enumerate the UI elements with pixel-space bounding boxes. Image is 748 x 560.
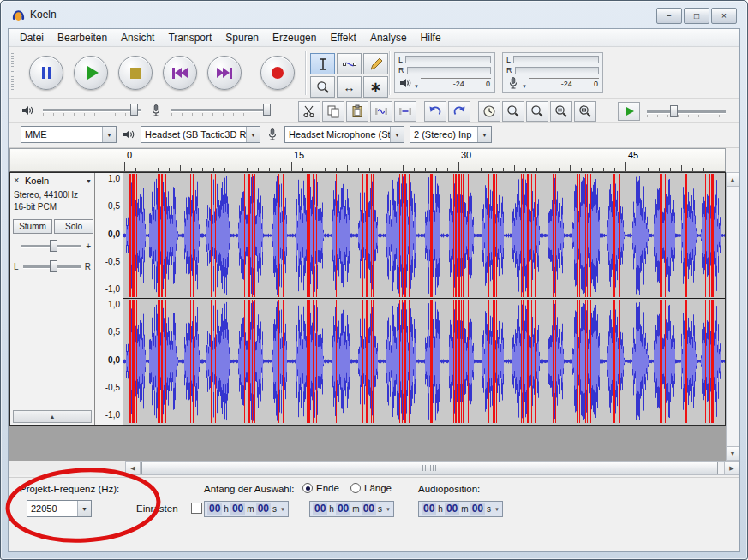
menu-erzeugen[interactable]: Erzeugen bbox=[266, 30, 323, 45]
play-button[interactable] bbox=[74, 56, 108, 90]
selection-end-time[interactable]: 00 h 00 m 00 s ▼ bbox=[309, 501, 394, 517]
track-control-panel[interactable]: × Koeln ▼ Stereo, 44100Hz 16-bit PCM Stu… bbox=[10, 173, 95, 425]
hours-value[interactable]: 00 bbox=[313, 503, 327, 515]
minutes-value[interactable]: 00 bbox=[230, 503, 245, 515]
selection-start-time[interactable]: 00 h 00 m 00 s ▼ bbox=[204, 501, 289, 517]
menu-analyse[interactable]: Analyse bbox=[363, 30, 414, 45]
waveform-channel-left[interactable] bbox=[123, 173, 725, 298]
chevron-down-icon[interactable]: ▼ bbox=[477, 127, 491, 142]
recording-meter-dropdown[interactable]: ▼ bbox=[522, 83, 527, 90]
timeline-ruler[interactable]: 0153045 bbox=[9, 148, 726, 172]
vertical-scrollbar[interactable]: ▲ ▼ bbox=[726, 172, 739, 461]
scroll-up-button[interactable]: ▲ bbox=[727, 173, 739, 187]
seconds-value[interactable]: 00 bbox=[362, 503, 376, 515]
menu-bearbeiten[interactable]: Bearbeiten bbox=[51, 30, 114, 45]
chevron-down-icon[interactable]: ▼ bbox=[102, 127, 116, 142]
mute-button[interactable]: Stumm bbox=[13, 219, 52, 234]
radio-length[interactable] bbox=[350, 483, 361, 493]
waveform-channel-right[interactable] bbox=[123, 299, 725, 424]
fit-selection-button[interactable] bbox=[550, 101, 572, 122]
maximize-button[interactable]: □ bbox=[684, 8, 709, 24]
output-volume-slider[interactable] bbox=[41, 103, 142, 117]
draw-tool-button[interactable] bbox=[363, 53, 388, 74]
scroll-right-button[interactable]: ▶ bbox=[724, 462, 739, 474]
close-button[interactable]: × bbox=[711, 8, 737, 24]
horizontal-scrollbar[interactable]: ◀ ▶ bbox=[125, 461, 739, 475]
snap-to-checkbox[interactable] bbox=[191, 503, 202, 514]
recording-meter[interactable]: L R ▼ -24 0 bbox=[502, 52, 603, 93]
minimize-button[interactable]: − bbox=[656, 8, 682, 24]
menu-datei[interactable]: Datei bbox=[13, 30, 51, 45]
scroll-left-button[interactable]: ◀ bbox=[126, 462, 141, 474]
solo-button[interactable]: Solo bbox=[54, 219, 93, 234]
project-rate-select[interactable]: 22050 ▼ bbox=[27, 500, 92, 517]
stop-button[interactable] bbox=[118, 56, 153, 90]
menu-transport[interactable]: Transport bbox=[161, 30, 218, 45]
seconds-value[interactable]: 00 bbox=[256, 503, 271, 515]
hours-value[interactable]: 00 bbox=[422, 503, 436, 515]
horizontal-scroll-track[interactable] bbox=[141, 462, 724, 474]
track-close-button[interactable]: × bbox=[14, 176, 19, 184]
skip-to-start-button[interactable] bbox=[163, 56, 197, 90]
envelope-tool-button[interactable] bbox=[337, 53, 362, 74]
horizontal-scroll-thumb[interactable] bbox=[141, 462, 718, 474]
trim-audio-button[interactable] bbox=[370, 101, 392, 122]
radio-end-group[interactable]: Ende bbox=[302, 483, 339, 493]
gain-slider[interactable]: - + bbox=[14, 238, 91, 253]
playback-meter-dropdown[interactable]: ▼ bbox=[414, 83, 419, 90]
track-name-dropdown[interactable]: Koeln ▼ bbox=[25, 176, 92, 186]
redo-button[interactable] bbox=[448, 101, 470, 122]
hours-value[interactable]: 00 bbox=[207, 503, 222, 515]
input-volume-thumb[interactable] bbox=[263, 104, 271, 116]
chevron-down-icon[interactable]: ▼ bbox=[246, 127, 260, 142]
menu-ansicht[interactable]: Ansicht bbox=[114, 30, 161, 45]
zoom-tool-button[interactable] bbox=[310, 76, 335, 98]
radio-end[interactable] bbox=[302, 483, 313, 493]
zoom-out-button[interactable] bbox=[526, 101, 548, 122]
output-device-select[interactable]: Headset (SB Tactic3D R ▼ bbox=[141, 126, 260, 143]
zoom-in-button[interactable] bbox=[502, 101, 524, 122]
sync-lock-button[interactable] bbox=[478, 101, 500, 122]
audio-host-select[interactable]: MME ▼ bbox=[21, 126, 117, 143]
input-device-select[interactable]: Headset Microphone (St ▼ bbox=[284, 126, 404, 143]
cut-button[interactable] bbox=[298, 101, 320, 122]
playback-meter[interactable]: L R ▼ -24 0 bbox=[394, 52, 495, 93]
play-at-speed-button[interactable] bbox=[618, 102, 640, 121]
scroll-down-button[interactable]: ▼ bbox=[727, 446, 739, 460]
chevron-down-icon[interactable]: ▼ bbox=[77, 501, 91, 516]
chevron-down-icon[interactable]: ▼ bbox=[280, 507, 285, 512]
menu-spuren[interactable]: Spuren bbox=[218, 30, 266, 45]
minutes-value[interactable]: 00 bbox=[336, 503, 350, 515]
copy-button[interactable] bbox=[322, 101, 344, 122]
undo-button[interactable] bbox=[424, 101, 446, 122]
pan-slider[interactable]: L R bbox=[14, 259, 91, 274]
seconds-value[interactable]: 00 bbox=[470, 503, 485, 515]
waveform-display[interactable] bbox=[123, 173, 725, 425]
vertical-ruler[interactable]: 1,0 0,5 0,0 -0,5 -1,0 1,0 0,5 0,0 -0,5 -… bbox=[95, 173, 123, 425]
input-channels-select[interactable]: 2 (Stereo) Inp ▼ bbox=[410, 126, 492, 143]
silence-audio-button[interactable] bbox=[394, 101, 416, 122]
radio-length-group[interactable]: Länge bbox=[350, 483, 392, 493]
chevron-down-icon[interactable]: ▼ bbox=[494, 507, 500, 512]
selection-tool-button[interactable] bbox=[310, 53, 335, 74]
output-volume-thumb[interactable] bbox=[130, 104, 138, 116]
pause-button[interactable] bbox=[29, 56, 63, 90]
paste-button[interactable] bbox=[346, 101, 368, 122]
playback-speed-thumb[interactable] bbox=[670, 105, 678, 117]
minutes-value[interactable]: 00 bbox=[445, 503, 459, 515]
playback-speed-slider[interactable] bbox=[645, 104, 727, 119]
skip-to-end-button[interactable] bbox=[207, 56, 242, 90]
input-volume-slider[interactable] bbox=[170, 103, 271, 117]
audio-position-time[interactable]: 00 h 00 m 00 s ▼ bbox=[418, 501, 503, 517]
track-collapse-button[interactable]: ▲ bbox=[13, 410, 92, 423]
record-button[interactable] bbox=[260, 56, 295, 90]
pan-thumb[interactable] bbox=[50, 260, 57, 272]
menu-effekt[interactable]: Effekt bbox=[323, 30, 362, 45]
menu-hilfe[interactable]: Hilfe bbox=[414, 30, 448, 45]
multi-tool-button[interactable]: ∗ bbox=[363, 76, 388, 98]
titlebar[interactable]: Koeln − □ × bbox=[1, 1, 747, 28]
toolbar-grip[interactable] bbox=[11, 53, 14, 93]
fit-project-button[interactable] bbox=[574, 101, 596, 122]
gain-thumb[interactable] bbox=[50, 240, 57, 252]
chevron-down-icon[interactable]: ▼ bbox=[386, 507, 391, 512]
